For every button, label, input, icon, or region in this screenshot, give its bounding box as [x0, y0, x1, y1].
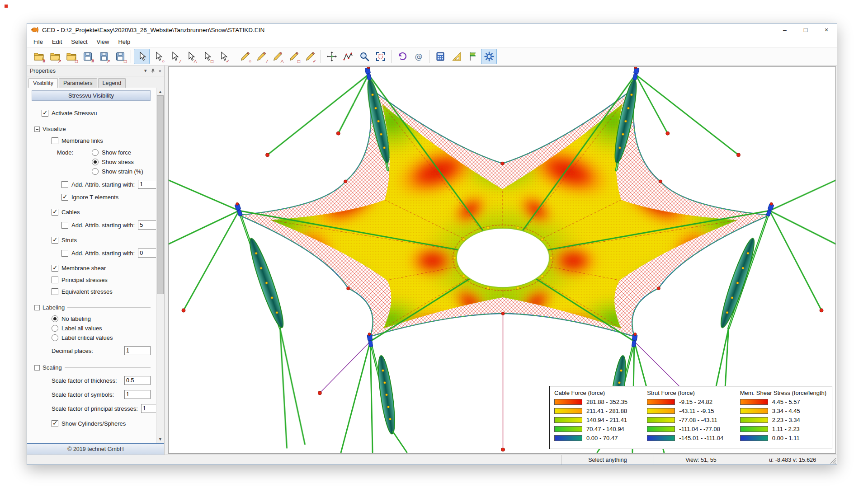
legend-panel: Cable Force (force)281.88 - 352.35211.41…	[549, 386, 832, 449]
no-labeling-radio[interactable]	[52, 315, 58, 322]
resize-grip[interactable]	[830, 458, 836, 464]
membrane-shear-checkbox[interactable]	[52, 265, 58, 272]
gear-icon	[484, 51, 495, 62]
select-quads-button[interactable]: □	[199, 49, 215, 64]
select-edges-button[interactable]: ∕	[166, 49, 182, 64]
equivalent-stresses-checkbox[interactable]	[52, 288, 58, 295]
model-canvas[interactable]: Cable Force (force)281.88 - 352.35211.41…	[168, 66, 836, 454]
app-icon	[31, 27, 39, 33]
add-attrib-struts-checkbox[interactable]	[61, 250, 68, 257]
legend-row: 0.00 - 1.11	[740, 435, 827, 441]
center-tie-down	[501, 315, 505, 451]
menu-view[interactable]: View	[92, 37, 114, 47]
legend-row: 1.11 - 2.23	[740, 426, 827, 432]
legend-color-bar	[647, 408, 675, 414]
mode-label: Mode:	[57, 149, 89, 156]
collapse-icon[interactable]	[34, 127, 40, 132]
open-project-button[interactable]: #	[31, 49, 47, 64]
select-polylines-button[interactable]: ✓	[215, 49, 231, 64]
tool-variant-glyph: □	[124, 59, 127, 64]
cables-checkbox[interactable]	[52, 209, 58, 216]
close-button[interactable]: ×	[816, 23, 837, 36]
draw-edges-button[interactable]: ∕	[253, 49, 269, 64]
scroll-thumb[interactable]	[157, 95, 164, 294]
title-bar[interactable]: GED - D:\2_Projekte\Easy\2020\03_26_Webs…	[27, 23, 837, 36]
minimize-button[interactable]: –	[774, 23, 795, 36]
show-strain-radio[interactable]	[92, 168, 99, 175]
draw-check-button[interactable]: ✓	[302, 49, 318, 64]
legend-color-bar	[740, 408, 768, 414]
select-triangles-button[interactable]: △	[183, 49, 198, 64]
at-icon	[413, 51, 424, 62]
legend-range: 4.45 - 5.57	[772, 399, 800, 405]
set-square-button[interactable]	[448, 49, 464, 64]
redo-button[interactable]	[410, 49, 426, 64]
settings-button[interactable]	[481, 49, 497, 64]
decimal-places-input[interactable]	[124, 346, 151, 355]
scroll-down-arrow[interactable]: ▼	[156, 435, 164, 443]
show-stress-radio[interactable]	[92, 159, 99, 165]
draw-quads-button[interactable]: □	[286, 49, 302, 64]
setsquare-icon	[451, 51, 462, 62]
tab-legend[interactable]: Legend	[98, 78, 126, 88]
show-force-radio[interactable]	[92, 149, 99, 156]
undo-button[interactable]	[394, 49, 410, 64]
save-project-button[interactable]: #	[80, 49, 95, 64]
resize-grip-icon	[830, 458, 836, 464]
measure-polyline-button[interactable]	[340, 49, 356, 64]
legend-color-bar	[647, 417, 675, 423]
save-file-button[interactable]: □	[112, 49, 128, 64]
collapse-icon[interactable]	[34, 365, 40, 371]
legend-row: -43.11 - -9.15	[647, 408, 734, 414]
properties-panel: Properties ▾ × Visibility Parameters Leg…	[27, 66, 165, 455]
panel-scrollbar[interactable]: ▲ ▼	[156, 88, 164, 443]
principal-stresses-checkbox[interactable]	[52, 277, 58, 283]
legend-range: -111.04 - -77.08	[679, 426, 720, 432]
select-pointer-button[interactable]	[134, 49, 150, 64]
menu-file[interactable]: File	[29, 37, 47, 47]
tab-visibility[interactable]: Visibility	[28, 78, 58, 88]
maximize-button[interactable]: □	[795, 23, 816, 36]
panel-header[interactable]: Properties ▾ ×	[27, 66, 164, 76]
calculator-button[interactable]	[432, 49, 448, 64]
activate-stressvu-checkbox[interactable]	[42, 110, 48, 117]
draw-triangles-button[interactable]: △	[269, 49, 285, 64]
mast-bottom-left	[318, 333, 407, 452]
membrane-links-checkbox[interactable]	[52, 137, 58, 144]
section-labeling-title: Labeling	[42, 304, 65, 311]
open-drawing-button[interactable]: ↗	[47, 49, 63, 64]
scroll-up-arrow[interactable]: ▲	[156, 88, 164, 95]
add-attrib-membrane-checkbox[interactable]	[61, 181, 68, 188]
zoom-extents-button[interactable]	[373, 49, 388, 64]
ignore-t-elements-checkbox[interactable]	[61, 194, 68, 201]
move-view-button[interactable]	[324, 49, 340, 64]
collapse-icon[interactable]	[34, 305, 40, 310]
close-panel-icon[interactable]: ×	[159, 68, 161, 74]
struts-checkbox[interactable]	[52, 237, 58, 244]
open-file-button[interactable]: □	[63, 49, 79, 64]
chevron-down-icon[interactable]: ▾	[144, 68, 147, 74]
tool-variant-glyph: □	[75, 59, 78, 64]
legend-color-bar	[740, 399, 768, 405]
legend-row: -77.08 - -43.11	[647, 417, 734, 423]
save-drawing-button[interactable]: ↗	[96, 49, 112, 64]
undo-icon	[397, 51, 408, 62]
menu-select[interactable]: Select	[66, 37, 92, 47]
scale-thickness-input[interactable]	[124, 376, 151, 385]
pin-icon[interactable]	[151, 68, 155, 73]
draw-points-button[interactable]: ○	[237, 49, 253, 64]
section-visualize-title: Visualize	[42, 126, 66, 132]
label-critical-values-radio[interactable]	[52, 334, 58, 341]
scale-symbols-input[interactable]	[124, 390, 151, 399]
flag-icon	[467, 51, 478, 62]
flag-button[interactable]	[465, 49, 481, 64]
tool-variant-glyph: ✓	[313, 59, 316, 64]
show-cylinders-checkbox[interactable]	[52, 420, 58, 427]
menu-edit[interactable]: Edit	[47, 37, 66, 47]
select-points-button[interactable]: ○	[150, 49, 166, 64]
add-attrib-cables-checkbox[interactable]	[61, 222, 68, 229]
menu-help[interactable]: Help	[113, 37, 135, 47]
tab-parameters[interactable]: Parameters	[59, 78, 97, 88]
zoom-button[interactable]	[356, 49, 372, 64]
label-all-values-radio[interactable]	[52, 325, 58, 332]
